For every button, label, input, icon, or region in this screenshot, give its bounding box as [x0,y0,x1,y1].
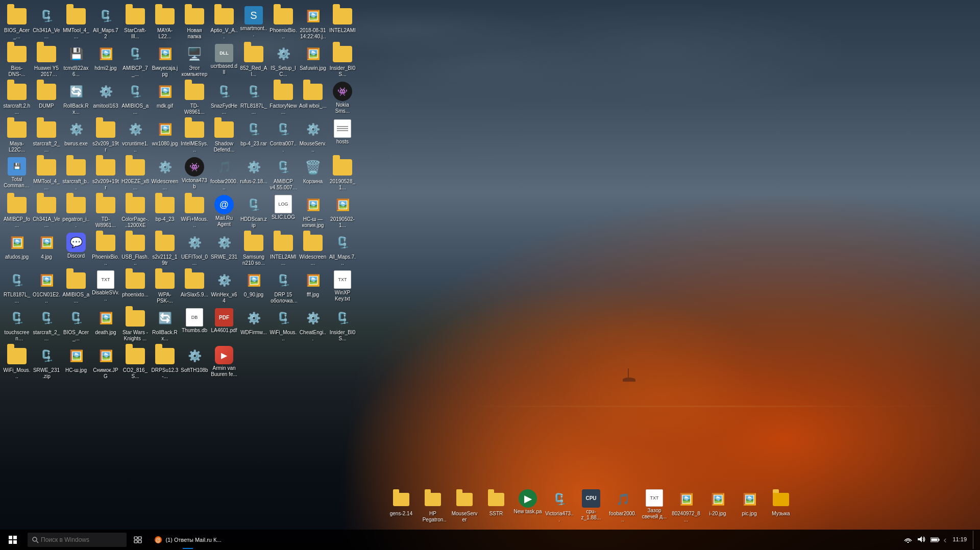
icon-allmaps7[interactable]: 🗜️ All_Maps.7... [328,231,357,268]
icon-drp15[interactable]: 🗜️ DRP 15 оболочка.rar [268,268,298,306]
tray-icon-volume[interactable] [916,536,927,544]
icon-s2v2112[interactable]: s2v2112_19tr [150,231,180,268]
icon-colorpage-1200xe[interactable]: ColorPage-...1200XE [120,193,150,231]
show-desktop-button[interactable] [973,531,976,549]
tray-chevron[interactable]: ‹ [943,535,946,545]
icon-vikyesaja[interactable]: 🖼️ Викуесаja.jpg [150,42,180,80]
bottom-icon-pic[interactable]: 🖼️ pic.jpg [734,485,765,526]
icon-star-wars-knights[interactable]: Star Wars - Knights ... [120,306,150,344]
icon-shadow-def[interactable]: Shadow Defend... [209,117,239,155]
icon-insider-bios2[interactable]: 🗜️ Insider_BI0S... [328,306,357,344]
icon-4-jpg[interactable]: 🖼️ 4.jpg [32,231,61,268]
icon-etot-komp[interactable]: 🖥️ Этот компьютер [180,42,209,80]
icon-death-jpg[interactable]: 🖼️ death.jpg [91,306,120,344]
icon-discord[interactable]: 💬 Discord [61,231,91,268]
icon-852-red[interactable]: 852_Red_Al... [239,42,268,80]
icon-mmtool4[interactable]: MMTool_4_... [61,4,91,42]
icon-contra007[interactable]: 🗜️ Contra007... [268,117,298,155]
icon-20190502[interactable]: 🖼️ 20190502-1... [328,193,357,231]
start-button[interactable] [0,530,26,550]
icon-intel2ami2[interactable]: INTEL2AMI... [268,231,298,268]
icon-phoenixbios[interactable]: PhoenixBio... [268,4,298,42]
bottom-icon-zazor[interactable]: TXT Зазор свечей д... [639,485,670,526]
icon-mouseserv[interactable]: ⚙️ MouseServ... [298,117,328,155]
taskbar-search-box[interactable] [28,533,127,547]
icon-bios-acer[interactable]: BIOS_Acer_... [2,4,32,42]
icon-hc-sh-kopiya[interactable]: 🖼️ HC-ш — копия.jpg [298,193,328,231]
icon-armin-van-buuren[interactable]: ▶ Armin van Buuren fe... [209,344,239,382]
tray-icon-battery[interactable] [929,536,941,544]
icon-airslax[interactable]: AirSlax5.9... [180,268,209,306]
icon-bp423[interactable]: bp-4_23 [150,193,180,231]
icon-rollback-rx[interactable]: 🔄 RollBack.Rx... [61,80,91,117]
icon-novaya-papka[interactable]: Новая папка [180,4,209,42]
icon-starcraft-2[interactable]: starcraft_2_... [32,117,61,155]
icon-softth108b[interactable]: ⚙️ SoftTH108b [180,344,209,382]
icon-h20eze[interactable]: H20EZE_x8... [120,155,150,193]
bottom-icon-cpu-z[interactable]: CPU cpu-z_1.88... [576,485,606,526]
icon-pegatron-i[interactable]: pegatron_i... [61,193,91,231]
icon-td-w8961b[interactable]: TD-W8961... [91,193,120,231]
icon-vcruntime1[interactable]: ⚙️ vcruntime1... [120,117,150,155]
icon-intel2ami[interactable]: INTEL2AMI [328,4,357,42]
icon-disablesv[interactable]: TXT DisableSVv... [91,268,120,306]
icon-starcraft-b[interactable]: starcraft_b... [61,155,91,193]
icon-widescr[interactable]: ⚙️ Widescreen... [150,155,180,193]
icon-foobar2000[interactable]: 🎵 foobar2000... [209,155,239,193]
bottom-icon-victoria473[interactable]: 🗜️ Victoria473... [544,485,575,526]
icon-drpsu12[interactable]: DRPSu12.3-... [150,344,180,382]
icon-hdmi2[interactable]: 🖼️ hdmi2.jpg [91,42,120,80]
icon-amitool163[interactable]: ⚙️ amitool163 [91,80,120,117]
icon-uefitool[interactable]: ⚙️ UEFITool_0... [180,231,209,268]
icon-aoll-wboi[interactable]: Аoll wboi_... [298,80,328,117]
icon-starcraft-ill[interactable]: StarCraft-Ill... [120,4,150,42]
icon-co2-816[interactable]: CO2_816_S... [120,344,150,382]
icon-allmaps72[interactable]: 🗜️ All_Maps.72 [91,4,120,42]
icon-bios-acer2[interactable]: 🗜️ BIOS_Acer_... [61,306,91,344]
icon-factorynew[interactable]: FactoryNew... [268,80,298,117]
icon-winxp-key[interactable]: TXT WinXP Key.txt [328,268,357,306]
icon-samsung-n210[interactable]: Samsung n210 so... [239,231,268,268]
icon-rollback-rx2[interactable]: 🔄 RollBack.Rx... [150,306,180,344]
icon-mail-ru[interactable]: @ Mail.Ru Agent [209,193,239,231]
icon-korzina[interactable]: 🗑️ Корзина [298,155,328,193]
icon-wx1080[interactable]: 🖼️ wx1080.jpg [150,117,180,155]
icon-bios-dns[interactable]: Bios-DNS-... [2,42,32,80]
icon-slic-log[interactable]: LOG SLIC.LOG [268,193,298,231]
tray-icon-network[interactable] [902,536,914,544]
icon-ch341a-ve2[interactable]: Ch341A_Ve... [32,193,61,231]
icon-fff-jpg[interactable]: 🖼️ fff.jpg [298,268,328,306]
icon-total-command[interactable]: 💾 Total Command... [2,155,32,193]
icon-rufus218[interactable]: ⚙️ rufus-2.18... [239,155,268,193]
icon-starcraft-2b[interactable]: 🗜️ starcraft_2_... [32,306,61,344]
icon-wifi-mous2[interactable]: 🗜️ WiFi_Mous... [268,306,298,344]
icon-srwe231-zip[interactable]: 🗜️ SRWE_231.zip [32,344,61,382]
icon-is-setup[interactable]: ⚙️ IS_Setup_IC... [268,42,298,80]
bottom-icon-muzyka[interactable]: Музыка [766,485,796,526]
icon-srwe231[interactable]: ⚙️ SRWE_231 [209,231,239,268]
icon-smartmont[interactable]: S smartmont... [239,4,268,42]
bottom-icon-sstr[interactable]: SSTR [481,485,511,526]
icon-thumbs-db[interactable]: DB Thumbs.db [180,306,209,344]
icon-usb-flash[interactable]: USB_Flash... [120,231,150,268]
icon-wifi-mous3[interactable]: WiFi_Mous... [2,344,32,382]
icon-s2v209-19tr[interactable]: s2v209_19tr [91,117,120,155]
taskbar-active-task[interactable]: @ (1) Ответы Mail.ru К... [147,530,229,550]
icon-amibios-a2[interactable]: AMIBIOS_a... [61,268,91,306]
icon-nokia-sms[interactable]: 👾 Nokia Sms... [328,80,357,117]
icon-safuwin[interactable]: 🖼️ Safuwin.jpg [298,42,328,80]
icon-hosts[interactable]: hosts [328,117,357,155]
icon-o1cn01e2[interactable]: 🖼️ O1CN01E2... [32,268,61,306]
icon-mdk-gif[interactable]: 🖼️ mdk.gif [150,80,180,117]
icon-insider-bios[interactable]: Insider_BI0S... [328,42,357,80]
icon-amibcp7[interactable]: 🗜️ AMIBCP_7_... [120,42,150,80]
search-input[interactable] [41,536,122,543]
icon-snazfydhe[interactable]: 🗜️ SnazFydHe... [209,80,239,117]
icon-snimok-jpg[interactable]: 🖼️ Снимок.JPG [91,344,120,382]
icon-wpa-psk[interactable]: WPA-PSK-... [150,268,180,306]
icon-winhex[interactable]: ⚙️ WinHex_x64 [209,268,239,306]
icon-rtl8187l[interactable]: 🗜️ RTL8187L_... [239,80,268,117]
icon-wifi-mous[interactable]: WiFi+Mous... [180,193,209,231]
icon-starcraft-2h[interactable]: starcraft.2.h... [2,80,32,117]
icon-widescreen2[interactable]: Widescreen... [298,231,328,268]
